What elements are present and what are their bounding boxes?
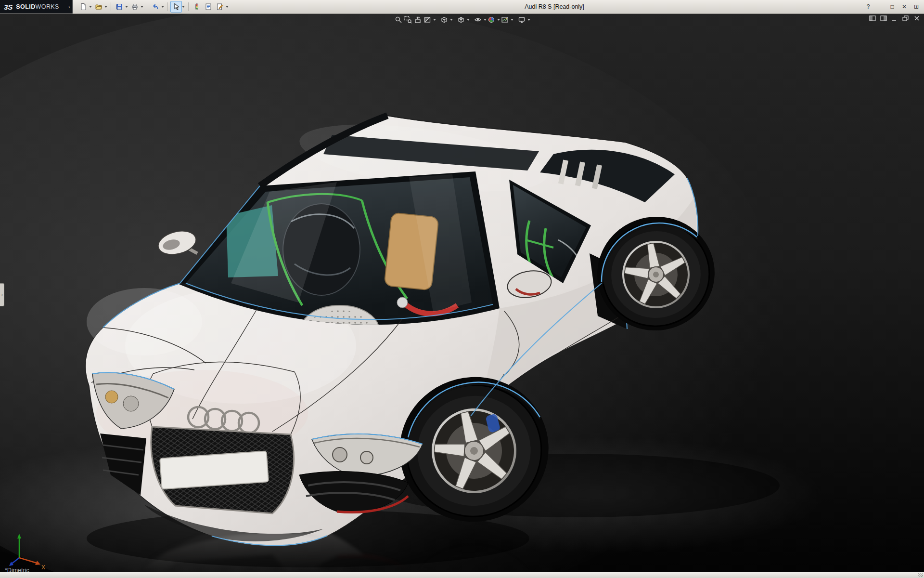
hide-show-items-button[interactable]	[473, 14, 483, 25]
select-arrow-icon	[172, 3, 180, 11]
dassault-3ds-logo-icon: 3S	[4, 3, 13, 11]
apply-scene-caret[interactable]	[511, 19, 513, 21]
solidworks-logo: 3S SOLIDWORKS	[0, 0, 66, 13]
brand-text: SOLIDWORKS	[16, 3, 59, 10]
maximize-button[interactable]: □	[888, 3, 896, 11]
view-orientation-caret[interactable]	[450, 19, 453, 21]
view-orientation-cube-icon	[440, 16, 448, 24]
new-dropdown-caret[interactable]	[89, 6, 92, 8]
file-properties-icon	[205, 3, 212, 11]
save-dropdown-caret[interactable]	[125, 6, 128, 8]
open-dropdown-caret[interactable]	[104, 6, 107, 8]
previous-view-button[interactable]	[413, 14, 423, 25]
help-button[interactable]: ?	[864, 3, 872, 11]
toolbar-separator	[167, 2, 168, 11]
section-view-button[interactable]	[423, 14, 432, 25]
reference-triad: X	[3, 528, 49, 572]
display-style-icon	[457, 16, 465, 24]
split-right-button[interactable]	[880, 15, 887, 21]
triad-x-label: X	[41, 564, 45, 571]
display-style-button[interactable]	[456, 14, 466, 25]
restore-icon	[902, 15, 909, 21]
previous-view-icon	[414, 16, 422, 24]
split-pane-left-icon	[869, 15, 876, 21]
rebuild-stoplight-icon	[193, 3, 201, 11]
headsup-view-toolbar	[394, 14, 530, 25]
view-settings-icon	[518, 16, 526, 24]
split-left-button[interactable]	[869, 15, 876, 21]
close-button[interactable]: ✕	[900, 3, 908, 11]
apply-scene-button[interactable]	[500, 14, 510, 25]
front-grille[interactable]	[151, 427, 294, 513]
minimize-document-button[interactable]	[891, 15, 898, 21]
new-button[interactable]	[77, 1, 89, 13]
appearance-ball-icon	[488, 16, 495, 24]
main-toolbar	[77, 1, 230, 13]
document-window-controls	[869, 15, 920, 21]
split-pane-right-icon	[880, 15, 887, 21]
pencil-sheet-icon	[216, 3, 224, 11]
titlebar-window-controls: ? — □ ✕ ⊞	[864, 3, 924, 11]
save-button[interactable]	[114, 1, 125, 13]
toolbar-separator	[111, 2, 111, 11]
minimize-icon	[891, 15, 898, 21]
edit-options-button[interactable]	[214, 1, 226, 13]
options-dropdown-caret[interactable]	[226, 6, 229, 8]
view-settings-caret[interactable]	[527, 19, 530, 21]
open-button[interactable]	[93, 1, 104, 13]
toolbar-separator	[147, 2, 147, 11]
minimize-button[interactable]: —	[876, 3, 884, 11]
brand-solid: SOLID	[16, 3, 35, 10]
edit-appearance-button[interactable]	[487, 14, 496, 25]
print-button[interactable]	[129, 1, 141, 13]
section-view-caret[interactable]	[433, 19, 436, 21]
open-folder-icon	[95, 3, 103, 11]
3d-scene-audi-r8[interactable]	[0, 13, 924, 572]
view-settings-button[interactable]	[517, 14, 526, 25]
view-orientation-button[interactable]	[439, 14, 449, 25]
undo-button[interactable]	[150, 1, 161, 13]
select-dropdown-caret[interactable]	[182, 6, 185, 8]
undo-icon	[152, 3, 159, 11]
new-document-icon	[79, 3, 87, 11]
print-dropdown-caret[interactable]	[141, 6, 143, 8]
titlebar: 3S SOLIDWORKS ›	[0, 0, 924, 14]
resize-grip[interactable]	[918, 573, 923, 577]
save-icon	[116, 3, 123, 11]
window-title: Audi R8 S [Read-only]	[525, 3, 584, 10]
rebuild-button[interactable]	[191, 1, 203, 13]
close-icon	[913, 15, 920, 21]
statusbar	[0, 572, 924, 578]
restore-document-button[interactable]	[902, 15, 909, 21]
zoom-to-fit-icon	[395, 16, 402, 24]
file-properties-button[interactable]	[203, 1, 214, 13]
toolbar-separator	[188, 2, 189, 11]
close-document-button[interactable]	[913, 15, 920, 21]
section-view-icon	[424, 16, 431, 24]
scene-photo-icon	[501, 16, 509, 24]
display-style-caret[interactable]	[467, 19, 470, 21]
triad-x-axis	[19, 558, 38, 564]
print-icon	[131, 3, 139, 11]
eye-icon	[474, 16, 482, 24]
panel-flyout-handle[interactable]: ‹	[0, 283, 4, 306]
zoom-to-area-icon	[404, 16, 412, 24]
zoom-to-area-button[interactable]	[403, 14, 413, 25]
menu-expand-arrow[interactable]: ›	[66, 0, 73, 13]
undo-dropdown-caret[interactable]	[161, 6, 164, 8]
graphics-area[interactable]: ‹ X *Dimetric	[0, 13, 924, 572]
select-button[interactable]	[170, 1, 182, 13]
zoom-to-fit-button[interactable]	[394, 14, 403, 25]
task-pane-toggle-icon[interactable]: ⊞	[912, 3, 920, 11]
brand-works: WORKS	[36, 3, 59, 10]
